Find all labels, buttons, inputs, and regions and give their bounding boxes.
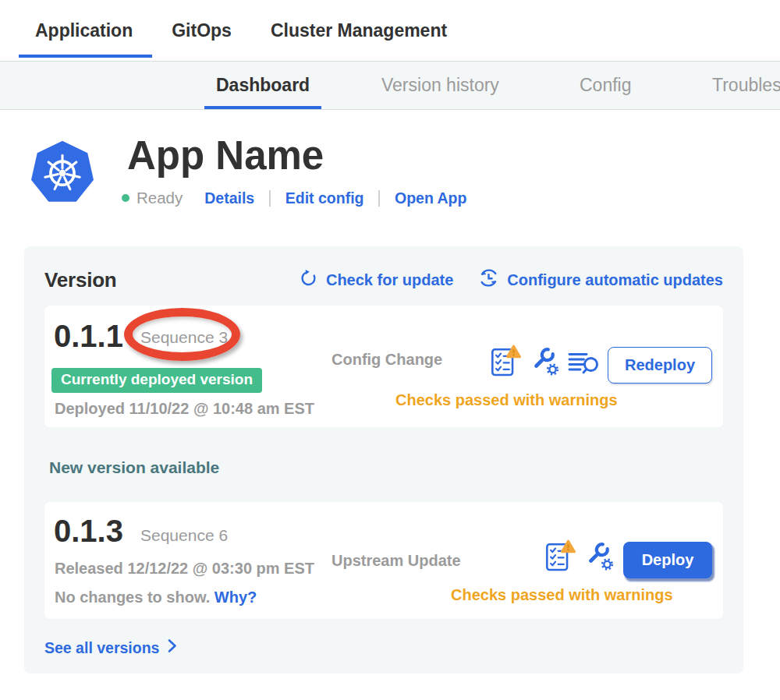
- checks-status-text: Checks passed with warnings: [451, 587, 673, 603]
- gear-icon: [602, 560, 612, 570]
- divider: [378, 190, 380, 207]
- configure-automatic-updates-link[interactable]: Configure automatic updates: [478, 267, 723, 292]
- see-all-versions-link[interactable]: See all versions: [44, 638, 723, 657]
- subtab-troubleshoot[interactable]: Troubleshoot: [712, 62, 780, 109]
- tab-application[interactable]: Application: [35, 0, 133, 61]
- changes-note: No changes to show. Why?: [55, 589, 257, 605]
- primary-nav: Application GitOps Cluster Management: [0, 0, 780, 61]
- preflight-checks-icon[interactable]: [544, 538, 576, 576]
- subtab-dashboard[interactable]: Dashboard: [216, 62, 310, 109]
- checks-status-text: Checks passed with warnings: [395, 392, 618, 408]
- redeploy-button[interactable]: Redeploy: [608, 347, 712, 384]
- version-card: Version Check for update: [24, 246, 743, 673]
- status-text: Ready: [136, 189, 183, 207]
- auto-update-clock-icon: [478, 267, 499, 292]
- edit-config-wrench-icon[interactable]: [583, 540, 615, 576]
- current-version-sequence: Sequence 3: [140, 329, 228, 345]
- kubernetes-logo: [29, 139, 96, 209]
- subtab-config[interactable]: Config: [580, 62, 631, 109]
- tab-cluster-management[interactable]: Cluster Management: [271, 0, 447, 61]
- version-source-label: Config Change: [332, 352, 442, 367]
- gear-icon: [548, 365, 558, 375]
- current-version-number: 0.1.1: [54, 320, 123, 352]
- refresh-icon: [299, 268, 318, 292]
- new-version-number: 0.1.3: [54, 515, 123, 546]
- new-version-heading: New version available: [49, 458, 723, 476]
- view-files-diff-icon[interactable]: [568, 350, 599, 381]
- app-header: App Name Ready Details Edit config Open …: [29, 139, 780, 209]
- deployed-timestamp: Deployed 11/10/22 @ 10:48 am EST: [55, 401, 314, 416]
- new-version-sequence: Sequence 6: [140, 527, 228, 543]
- current-version-card: 0.1.1 Sequence 3 Currently deployed vers…: [44, 306, 723, 427]
- warning-triangle-icon: [507, 346, 519, 357]
- warning-triangle-icon: [562, 541, 574, 552]
- open-app-link[interactable]: Open App: [395, 189, 466, 207]
- check-for-update-link[interactable]: Check for update: [299, 267, 453, 292]
- released-timestamp: Released 12/12/22 @ 03:30 pm EST: [55, 560, 314, 576]
- deploy-button[interactable]: Deploy: [623, 542, 712, 578]
- version-heading: Version: [44, 268, 117, 292]
- preflight-checks-icon[interactable]: [490, 343, 521, 381]
- currently-deployed-badge: Currently deployed version: [51, 368, 262, 393]
- divider: [269, 190, 271, 207]
- chevron-right-icon: [167, 638, 177, 657]
- app-name-title: App Name: [127, 136, 466, 175]
- details-link[interactable]: Details: [204, 189, 254, 207]
- subtab-version-history[interactable]: Version history: [381, 62, 499, 109]
- edit-config-wrench-icon[interactable]: [529, 345, 560, 381]
- new-version-card: 0.1.3 Sequence 6 Released 12/12/22 @ 03:…: [44, 502, 723, 619]
- app-subnav: Dashboard Version history Config Trouble…: [0, 61, 780, 110]
- tab-gitops[interactable]: GitOps: [172, 0, 232, 61]
- status-dot-ready: [122, 194, 129, 202]
- edit-config-link[interactable]: Edit config: [285, 189, 364, 207]
- why-link[interactable]: Why?: [214, 589, 257, 606]
- version-source-label: Upstream Update: [332, 553, 461, 568]
